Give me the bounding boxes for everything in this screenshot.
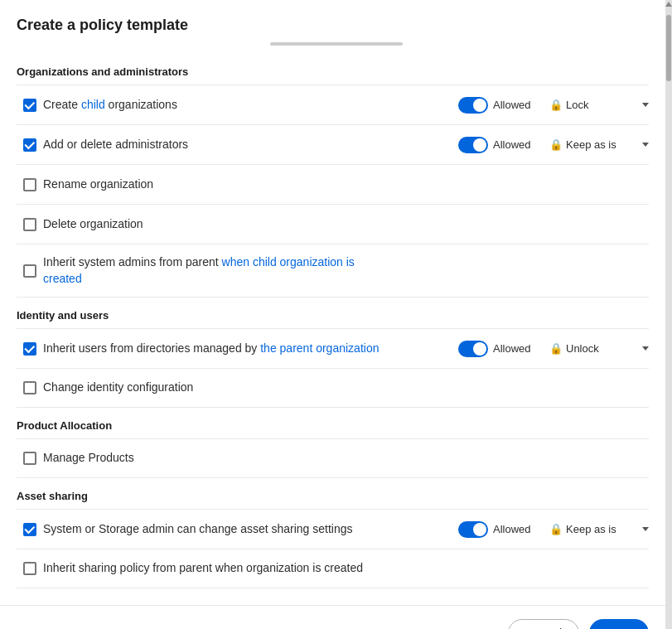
section-asset-sharing: Asset sharingSystem or Storage admin can… xyxy=(17,478,649,588)
label-inherit-sharing-policy: Inherit sharing policy from parent when … xyxy=(43,560,649,577)
cancel-button[interactable]: Cancel xyxy=(508,619,579,629)
toggle-create-child-orgs[interactable] xyxy=(458,97,488,114)
label-manage-products: Manage Products xyxy=(43,450,649,467)
checkbox-inherit-sharing-policy[interactable] xyxy=(23,562,36,575)
checkbox-cell-inherit-sharing-policy xyxy=(17,562,43,575)
toggle-area-inherit-users-dirs: Allowed xyxy=(458,341,549,357)
checkbox-cell-rename-org xyxy=(17,178,43,191)
row-inherit-users-dirs: Inherit users from directories managed b… xyxy=(17,328,649,368)
toggle-area-add-delete-admins: Allowed xyxy=(458,137,549,153)
lock-icon-inherit-users-dirs: 🔒 xyxy=(549,342,563,355)
checkbox-cell-delete-org xyxy=(17,218,43,231)
label-system-storage-admin: System or Storage admin can change asset… xyxy=(43,521,458,538)
chevron-system-storage-admin[interactable] xyxy=(642,527,649,531)
section-orgs-admins: Organizations and administratorsCreate c… xyxy=(17,54,649,298)
lock-area-create-child-orgs[interactable]: 🔒 Lock xyxy=(549,99,649,111)
scrollbar-thumb[interactable] xyxy=(666,15,671,81)
toggle-system-storage-admin[interactable] xyxy=(458,521,488,538)
checkbox-manage-products[interactable] xyxy=(23,452,36,465)
toggle-label-inherit-users-dirs: Allowed xyxy=(493,342,531,355)
scroll-up-button[interactable] xyxy=(665,2,672,7)
chevron-inherit-users-dirs[interactable] xyxy=(642,346,649,351)
checkbox-add-delete-admins[interactable] xyxy=(23,138,36,152)
label-add-delete-admins: Add or delete administrators xyxy=(43,137,458,153)
toggle-area-system-storage-admin: Allowed xyxy=(458,521,549,538)
checkbox-cell-create-child-orgs xyxy=(17,99,43,112)
checkbox-cell-inherit-system-admins xyxy=(17,264,43,278)
checkbox-system-storage-admin[interactable] xyxy=(23,523,36,536)
toggle-label-add-delete-admins: Allowed xyxy=(493,138,531,151)
lock-area-inherit-users-dirs[interactable]: 🔒 Unlock xyxy=(549,342,649,355)
section-header-asset-sharing: Asset sharing xyxy=(17,478,649,509)
row-delete-org: Delete organization xyxy=(17,204,649,244)
lock-label-system-storage-admin: Keep as is xyxy=(566,523,616,535)
checkbox-cell-manage-products xyxy=(17,452,43,465)
row-create-child-orgs: Create child organizationsAllowed🔒 Lock xyxy=(17,85,649,124)
main-content: Organizations and administratorsCreate c… xyxy=(0,54,672,605)
toggle-add-delete-admins[interactable] xyxy=(458,137,488,153)
section-header-product-allocation: Product Allocation xyxy=(17,408,649,438)
label-delete-org: Delete organization xyxy=(43,216,649,233)
scroll-indicator xyxy=(270,42,403,46)
lock-icon-add-delete-admins: 🔒 xyxy=(549,138,563,151)
checkbox-cell-system-storage-admin xyxy=(17,523,43,536)
page-container: Create a policy template Organizations a… xyxy=(0,0,672,629)
checkbox-inherit-system-admins[interactable] xyxy=(23,264,36,278)
checkbox-inherit-users-dirs[interactable] xyxy=(23,342,36,356)
toggle-label-system-storage-admin: Allowed xyxy=(493,523,531,535)
row-inherit-system-admins: Inherit system admins from parent when c… xyxy=(17,244,649,298)
lock-area-system-storage-admin[interactable]: 🔒 Keep as is xyxy=(549,523,649,535)
footer: Cancel Save xyxy=(0,605,672,629)
row-manage-products: Manage Products xyxy=(17,438,649,478)
label-change-identity-config: Change identity configuration xyxy=(43,380,649,396)
row-inherit-sharing-policy: Inherit sharing policy from parent when … xyxy=(17,549,649,588)
toggle-area-create-child-orgs: Allowed xyxy=(458,97,549,114)
checkbox-cell-inherit-users-dirs xyxy=(17,342,43,356)
checkbox-rename-org[interactable] xyxy=(23,178,36,191)
checkbox-cell-add-delete-admins xyxy=(17,138,43,152)
label-inherit-system-admins: Inherit system admins from parent when c… xyxy=(43,254,649,287)
section-header-orgs-admins: Organizations and administrators xyxy=(17,54,649,85)
lock-label-create-child-orgs: Lock xyxy=(566,99,588,111)
label-inherit-users-dirs: Inherit users from directories managed b… xyxy=(43,341,458,357)
row-add-delete-admins: Add or delete administratorsAllowed🔒 Kee… xyxy=(17,124,649,164)
section-header-identity-users: Identity and users xyxy=(17,298,649,328)
label-create-child-orgs: Create child organizations xyxy=(43,97,458,114)
checkbox-create-child-orgs[interactable] xyxy=(23,99,36,112)
row-change-identity-config: Change identity configuration xyxy=(17,368,649,408)
toggle-inherit-users-dirs[interactable] xyxy=(458,341,488,357)
lock-icon-system-storage-admin: 🔒 xyxy=(549,523,563,535)
save-button[interactable]: Save xyxy=(589,619,649,629)
checkbox-cell-change-identity-config xyxy=(17,381,43,394)
chevron-create-child-orgs[interactable] xyxy=(642,103,649,107)
section-identity-users: Identity and usersInherit users from dir… xyxy=(17,298,649,408)
scrollbar xyxy=(665,0,672,629)
toggle-label-create-child-orgs: Allowed xyxy=(493,99,531,111)
lock-label-add-delete-admins: Keep as is xyxy=(566,138,616,151)
lock-area-add-delete-admins[interactable]: 🔒 Keep as is xyxy=(549,138,649,151)
chevron-add-delete-admins[interactable] xyxy=(642,143,649,147)
row-system-storage-admin: System or Storage admin can change asset… xyxy=(17,509,649,549)
row-rename-org: Rename organization xyxy=(17,164,649,204)
lock-label-inherit-users-dirs: Unlock xyxy=(566,342,599,355)
checkbox-delete-org[interactable] xyxy=(23,218,36,231)
checkbox-change-identity-config[interactable] xyxy=(23,381,36,394)
page-title: Create a policy template xyxy=(0,0,672,42)
lock-icon-create-child-orgs: 🔒 xyxy=(549,99,563,111)
label-rename-org: Rename organization xyxy=(43,177,649,193)
section-product-allocation: Product AllocationManage Products xyxy=(17,408,649,478)
